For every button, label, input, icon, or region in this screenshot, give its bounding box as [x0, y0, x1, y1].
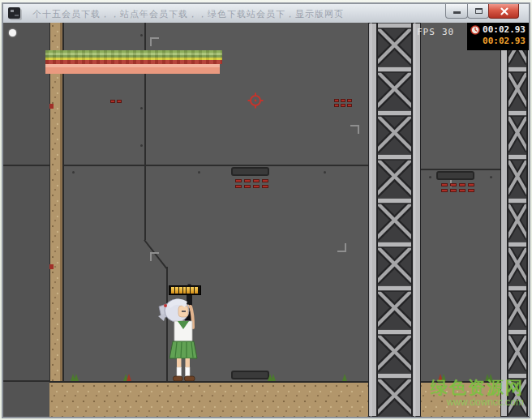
vent-grill: [235, 185, 242, 188]
vent-grill: [441, 189, 448, 192]
vent-grill: [262, 179, 268, 182]
crosshair-cursor: [247, 92, 264, 109]
desktop-background: 个十五会员下载，，站点年会员下载，，绿色下载站会员下，显示版网页: [0, 0, 532, 420]
health-bar-secondary: [45, 64, 220, 74]
grass-tuft: [342, 374, 345, 381]
background-page-text: 个十五会员下载，，站点年会员下载，，绿色下载站会员下，显示版网页: [32, 8, 438, 20]
game-viewport[interactable]: FPS30 00:02.93 00:02.93 绿色资源网 www.downcc…: [3, 23, 529, 417]
maximize-icon: [475, 8, 483, 14]
corner-bracket: [350, 125, 359, 134]
vent-grill: [253, 185, 260, 188]
dirt-ground: [49, 381, 529, 417]
vent-grill: [459, 189, 466, 192]
corner-bracket: [150, 252, 159, 261]
vent-grill: [450, 189, 457, 192]
rivet: [72, 171, 75, 174]
caption-buttons: [446, 4, 519, 19]
close-icon: [500, 7, 508, 15]
grass-tuft: [123, 374, 130, 381]
red-marker: [49, 104, 54, 109]
vent-grill: [341, 104, 345, 107]
panel-seam: [3, 380, 49, 382]
fps-label: FPS: [417, 27, 435, 37]
truss-tower: [368, 23, 421, 417]
grass-tuft: [485, 374, 491, 381]
vent-grill: [347, 99, 352, 102]
titlebar[interactable]: 个十五会员下载，，站点年会员下载，，绿色下载站会员下，显示版网页: [3, 4, 529, 24]
panel-seam: [144, 23, 146, 166]
grass-tuft: [71, 374, 77, 381]
vent-grill: [334, 104, 339, 107]
rivet: [429, 176, 431, 178]
vent-grill: [341, 99, 345, 102]
app-icon: [8, 7, 20, 19]
vent-slot: [231, 371, 269, 379]
vent-grill: [253, 179, 260, 182]
vent-grill: [468, 189, 474, 192]
health-bar: [45, 50, 222, 64]
truss-tower: [500, 23, 529, 417]
timer-main: 00:02.93: [483, 24, 526, 35]
vent-grill: [117, 100, 122, 103]
vent-grill: [334, 99, 339, 102]
rivet: [140, 34, 143, 36]
vent-grill: [468, 183, 474, 186]
vent-grill: [459, 183, 466, 186]
close-button[interactable]: [488, 4, 519, 19]
clock-icon: [470, 25, 480, 35]
rivet: [140, 107, 143, 109]
rivet: [198, 171, 200, 174]
vent-grill: [441, 183, 448, 186]
player-character: [158, 284, 205, 381]
vent-grill: [262, 185, 268, 188]
fps-value: 30: [442, 27, 454, 37]
timer-panel: 00:02.93 00:02.93: [467, 23, 529, 50]
ammo-bar: [169, 285, 201, 295]
vent-slot: [436, 171, 474, 180]
minimize-icon: [453, 11, 461, 14]
rivet: [490, 176, 492, 178]
red-marker: [49, 264, 54, 269]
minimize-button[interactable]: [445, 4, 468, 19]
rivet: [324, 171, 326, 174]
vent-grill: [450, 183, 457, 186]
corner-bracket: [150, 37, 159, 46]
vent-slot: [231, 167, 269, 176]
corner-bracket: [337, 243, 346, 252]
panel-seam: [144, 166, 146, 240]
vent-grill: [235, 179, 242, 182]
grass-tuft: [438, 374, 444, 381]
dirt-column: [49, 23, 64, 417]
rivet: [140, 144, 143, 147]
wall-left-strip: [3, 23, 49, 417]
panel-seam: [421, 169, 502, 170]
vent-grill: [110, 100, 115, 103]
vent-grill: [244, 185, 251, 188]
grass-tuft: [268, 374, 274, 381]
status-dot: [9, 29, 16, 36]
vent-grill: [244, 179, 251, 182]
fps-counter: FPS30: [417, 27, 461, 37]
maximize-button[interactable]: [467, 4, 489, 19]
app-window: 个十五会员下载，，站点年会员下载，，绿色下载站会员下，显示版网页: [2, 2, 530, 418]
timer-sub: 00:02.93: [470, 36, 526, 46]
vent-grill: [347, 104, 352, 107]
